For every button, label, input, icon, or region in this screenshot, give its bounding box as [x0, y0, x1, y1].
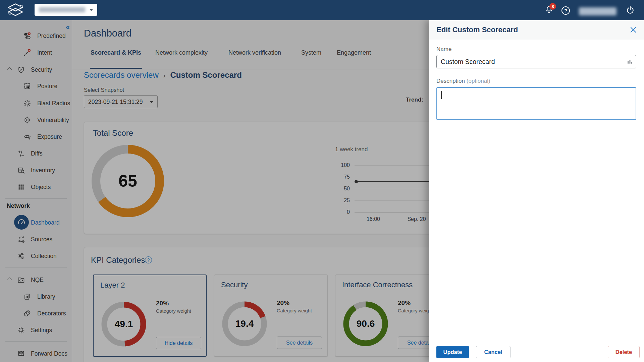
notification-badge: 8 — [549, 3, 556, 10]
help-icon[interactable]: ? — [561, 6, 570, 15]
modal-backdrop — [0, 20, 429, 362]
cancel-button[interactable]: Cancel — [476, 346, 511, 358]
redacted-network-name — [39, 7, 85, 12]
name-label: Name — [436, 46, 451, 53]
redacted-username[interactable] — [579, 7, 616, 15]
network-select[interactable] — [35, 4, 97, 16]
panel-header: Edit Custom Scorecard — [429, 20, 644, 40]
edit-scorecard-panel: Edit Custom Scorecard Name Description (… — [429, 20, 644, 362]
top-bar: 8 ? — [0, 0, 644, 20]
panel-title: Edit Custom Scorecard — [436, 20, 518, 40]
description-field[interactable] — [436, 87, 636, 120]
description-optional-text: (optional) — [467, 78, 490, 84]
forward-networks-logo — [7, 3, 24, 17]
chevron-down-icon — [89, 9, 93, 11]
application-window: 8 ? « Predefined — [0, 0, 644, 362]
text-cursor — [441, 91, 442, 99]
description-label-text: Description — [436, 78, 465, 84]
update-button[interactable]: Update — [436, 346, 469, 358]
delete-button[interactable]: Delete — [608, 346, 640, 358]
close-icon[interactable] — [630, 26, 637, 33]
input-adornment-bars-icon[interactable] — [627, 59, 633, 65]
name-field[interactable] — [436, 55, 636, 68]
power-icon[interactable] — [626, 6, 635, 14]
description-label: Description (optional) — [436, 78, 490, 84]
